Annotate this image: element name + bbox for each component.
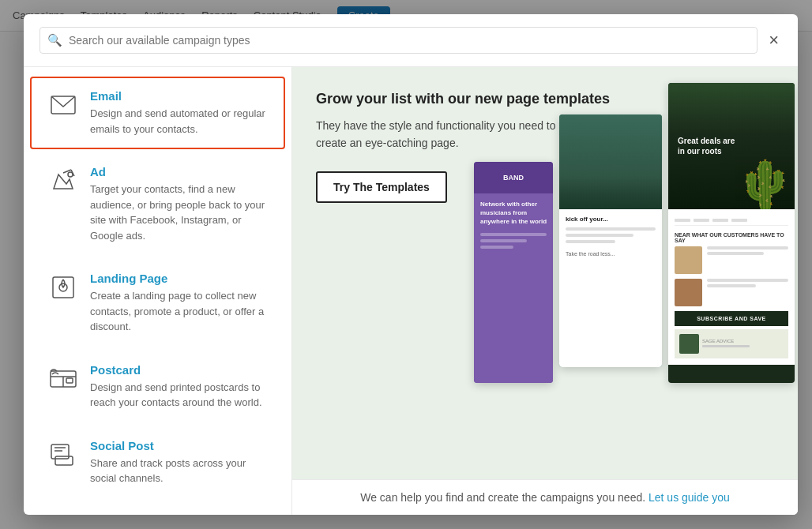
- card3-lines-1: [707, 246, 788, 274]
- postcard-title: Postcard: [90, 363, 268, 377]
- card3-image: Great deals are in our roots 🌵: [668, 83, 795, 209]
- search-icon: 🔍: [47, 33, 62, 47]
- card3-line-c: [707, 279, 788, 282]
- right-panel: Grow your list with our new page templat…: [292, 67, 798, 515]
- email-icon: [47, 89, 79, 121]
- campaign-item-email[interactable]: Email Design and send automated or regul…: [30, 77, 285, 149]
- card3-navigation: [675, 216, 788, 226]
- search-wrapper: 🔍: [39, 27, 757, 54]
- card3-sage-label: SAGE ADVICE: [702, 339, 750, 343]
- card1-line-1: [480, 233, 547, 236]
- social-post-title: Social Post: [90, 439, 268, 452]
- search-input[interactable]: [39, 27, 757, 54]
- card3-row-2: [675, 279, 788, 306]
- card3-line-d: [707, 284, 756, 287]
- modal-body: Email Design and send automated or regul…: [24, 67, 798, 515]
- email-title: Email: [90, 89, 268, 103]
- card3-nav-1: [675, 219, 690, 222]
- svg-rect-11: [55, 456, 73, 465]
- card3-line-b: [707, 252, 764, 255]
- campaign-item-ad[interactable]: Ad Target your contacts, find a new audi…: [30, 152, 285, 256]
- social-post-icon: [47, 439, 79, 471]
- postcard-text: Postcard Design and send printed postcar…: [90, 363, 268, 411]
- email-text: Email Design and send automated or regul…: [90, 89, 268, 137]
- card3-headline: Great deals are in our roots: [678, 136, 741, 156]
- footer-text: We can help you find and create the camp…: [360, 491, 645, 504]
- ad-icon: [47, 165, 79, 197]
- card2-gradient: [559, 178, 662, 209]
- email-desc: Design and send automated or regular ema…: [90, 106, 268, 137]
- card3-avatar-2: [675, 279, 702, 306]
- template-preview-card-3: Great deals are in our roots 🌵 NEAR WHAT…: [668, 83, 795, 383]
- card1-description: Network with other musicians from anywhe…: [480, 200, 547, 227]
- landing-page-desc: Create a landing page to collect new con…: [90, 288, 268, 335]
- postcard-desc: Design and send printed postcards to rea…: [90, 380, 268, 411]
- card3-row-1: [675, 246, 788, 274]
- card3-nav-3: [712, 219, 728, 222]
- promo-content: Grow your list with our new page templat…: [292, 67, 798, 479]
- card3-sage-image: [679, 334, 699, 354]
- card3-avatar-1: [675, 246, 702, 274]
- card3-nav-2: [694, 219, 709, 222]
- card2-line-2: [566, 234, 633, 237]
- ad-desc: Target your contacts, find a new audienc…: [90, 182, 268, 243]
- campaign-item-postcard[interactable]: Postcard Design and send printed postcar…: [30, 351, 285, 423]
- try-templates-button[interactable]: Try The Templates: [316, 171, 447, 203]
- card3-sage-section: SAGE ADVICE: [675, 329, 788, 358]
- card3-body: NEAR WHAT OUR CUSTOMERS HAVE TO SAY: [668, 209, 795, 365]
- svg-rect-9: [66, 378, 73, 383]
- cactus-icon: 🌵: [735, 162, 795, 209]
- modal-header: 🔍 ×: [24, 14, 798, 67]
- social-post-text: Social Post Share and track posts across…: [90, 439, 268, 486]
- campaign-type-list: Email Design and send automated or regul…: [24, 67, 292, 515]
- card2-line-1: [566, 227, 656, 231]
- card1-line-3: [480, 246, 513, 249]
- card3-section-title: NEAR WHAT OUR CUSTOMERS HAVE TO SAY: [675, 232, 788, 243]
- ad-text: Ad Target your contacts, find a new audi…: [90, 165, 268, 243]
- card2-subtext: Take the road less...: [566, 251, 656, 257]
- card3-sage-line: [702, 345, 750, 347]
- modal-footer: We can help you find and create the camp…: [292, 479, 798, 515]
- template-preview-card-2: kick off your... Take the road less...: [559, 114, 662, 367]
- campaign-item-landing-page[interactable]: Landing Page Create a landing page to co…: [30, 259, 285, 347]
- template-preview-card-1: BAND Network with other musicians from a…: [474, 162, 553, 383]
- landing-page-icon: [47, 272, 79, 303]
- card3-sage-text: SAGE ADVICE: [702, 339, 750, 349]
- card1-line-2: [480, 239, 527, 242]
- template-previews: BAND Network with other musicians from a…: [474, 83, 798, 479]
- close-button[interactable]: ×: [765, 32, 782, 49]
- postcard-icon: [47, 363, 79, 395]
- card3-subscribe-banner: SUBSCRIBE AND SAVE: [675, 311, 788, 326]
- landing-page-text: Landing Page Create a landing page to co…: [90, 272, 268, 335]
- ad-title: Ad: [90, 165, 268, 178]
- card2-body: kick off your... Take the road less...: [559, 209, 662, 367]
- campaign-type-modal: 🔍 × Email Design and send automated or r…: [24, 14, 798, 515]
- card1-body: Network with other musicians from anywhe…: [474, 193, 553, 383]
- card3-lines-2: [707, 279, 788, 306]
- card2-line-3: [566, 240, 615, 243]
- social-post-desc: Share and track posts across your social…: [90, 456, 268, 486]
- card1-header: BAND: [474, 162, 553, 193]
- guide-link[interactable]: Let us guide you: [648, 491, 730, 504]
- card1-band-text: BAND: [503, 174, 524, 182]
- svg-point-1: [68, 172, 73, 177]
- card3-line-a: [707, 246, 788, 249]
- card3-nav-4: [731, 219, 747, 222]
- campaign-item-social-post[interactable]: Social Post Share and track posts across…: [30, 426, 285, 499]
- card2-headline: kick off your...: [566, 216, 656, 223]
- landing-page-title: Landing Page: [90, 272, 268, 285]
- card2-image: [559, 114, 662, 209]
